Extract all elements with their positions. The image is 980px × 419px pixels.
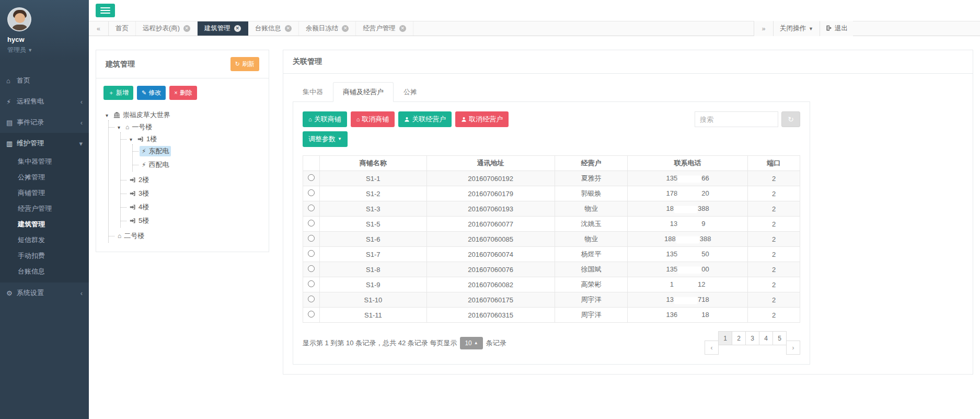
- tree-node: ▾ 1楼: [128, 132, 261, 173]
- column-header-address: 通讯地址: [426, 156, 555, 171]
- scroll-tabs-left-button[interactable]: «: [89, 21, 109, 36]
- sidebar-item-share-mgmt[interactable]: 公摊管理: [0, 169, 89, 185]
- refresh-table-button[interactable]: ↻: [781, 111, 800, 127]
- page-button-5[interactable]: 5: [773, 331, 787, 345]
- tab-merchant-mgmt[interactable]: 经营户管理 ✕: [356, 21, 413, 36]
- row-radio[interactable]: [308, 220, 315, 227]
- role-dropdown[interactable]: 管理员 ▼: [7, 46, 89, 54]
- edit-node-button[interactable]: ✎ 修改: [137, 86, 166, 100]
- tree-node: ⚡ 东配电: [140, 144, 261, 158]
- sidebar-item-remote-sale[interactable]: ⚡ 远程售电 ‹: [0, 91, 89, 112]
- avatar[interactable]: [7, 7, 31, 31]
- search-group: ↻: [695, 111, 800, 127]
- tree-node-floor-4[interactable]: 4楼: [128, 202, 151, 212]
- link-shop-button[interactable]: ⌂ 关联商铺: [303, 111, 347, 127]
- close-icon[interactable]: ✕: [399, 25, 406, 32]
- page-size-dropdown[interactable]: 10 ▲: [460, 337, 482, 349]
- next-page-button[interactable]: ›: [786, 341, 800, 355]
- shop-cell: S1-8: [319, 262, 426, 277]
- tab-balance-freeze[interactable]: 余额日冻结 ✕: [299, 21, 356, 36]
- logout-button[interactable]: 退出: [820, 21, 853, 36]
- close-icon[interactable]: ✕: [342, 25, 349, 32]
- page-button-1[interactable]: 1: [718, 331, 732, 345]
- page-button-2[interactable]: 2: [732, 331, 746, 345]
- scroll-tabs-right-button[interactable]: »: [754, 21, 774, 36]
- row-radio[interactable]: [308, 250, 315, 257]
- phone-cell: 13618: [628, 308, 748, 323]
- relation-panel-title: 关联管理: [293, 57, 322, 66]
- sidebar-item-concentrator-mgmt[interactable]: 集中器管理: [0, 154, 89, 169]
- tree-node: 3楼: [128, 187, 261, 200]
- select-cell: [303, 277, 320, 292]
- caret-down-icon[interactable]: ▾: [130, 137, 135, 142]
- shop-cell: S1-7: [319, 247, 426, 262]
- tree-node-west-distribution[interactable]: ⚡ 西配电: [140, 160, 171, 170]
- row-radio[interactable]: [308, 296, 315, 302]
- row-radio[interactable]: [308, 280, 315, 287]
- tree-node-floor-1[interactable]: ▾ 1楼: [128, 134, 159, 144]
- delete-node-button[interactable]: × 删除: [169, 86, 197, 100]
- sidebar-item-merchant-mgmt[interactable]: 经营户管理: [0, 201, 89, 217]
- tab-remote-meter-reading[interactable]: 远程抄表(商) ✕: [136, 21, 198, 36]
- row-radio[interactable]: [308, 205, 315, 211]
- row-radio[interactable]: [308, 311, 315, 318]
- tab-shared-area[interactable]: 公摊: [394, 82, 427, 102]
- prev-page-button[interactable]: ‹: [705, 341, 719, 355]
- sidebar-item-manual-deduct[interactable]: 手动扣费: [0, 248, 89, 264]
- shop-cell: S1-3: [319, 201, 426, 217]
- caret-down-icon[interactable]: ▾: [106, 112, 111, 118]
- search-input[interactable]: [695, 111, 778, 127]
- address-cell: 201607060076: [426, 262, 555, 277]
- row-radio[interactable]: [308, 189, 315, 196]
- tree-node-floor-2[interactable]: 2楼: [128, 175, 151, 185]
- row-radio[interactable]: [308, 174, 315, 181]
- sign-in-icon: [130, 204, 136, 210]
- refresh-tree-button[interactable]: ↻ 刷新: [230, 57, 259, 71]
- tab-ledger-info[interactable]: 台账信息 ✕: [248, 21, 299, 36]
- tree-node-root: ▾ 崇福皮草大世界 ▾ ⌂: [103, 108, 261, 244]
- page-button-4[interactable]: 4: [759, 331, 773, 345]
- unlink-merchant-button[interactable]: 取消经营户: [455, 111, 509, 127]
- tree-node-floor-3[interactable]: 3楼: [128, 188, 151, 199]
- shops-table: 商铺名称 通讯地址 经营户 联系电话 端口 S1-1: [303, 155, 800, 323]
- link-merchant-button[interactable]: 关联经营户: [398, 111, 452, 127]
- close-operations-dropdown[interactable]: 关闭操作 ▼: [774, 21, 820, 36]
- maintenance-submenu: 集中器管理 公摊管理 商铺管理 经营户管理 建筑管理 短信群发 手动扣费 台账信…: [0, 154, 89, 282]
- row-radio[interactable]: [308, 235, 315, 242]
- caret-down-icon[interactable]: ▾: [118, 124, 123, 130]
- port-cell: 2: [748, 292, 800, 308]
- sidebar-item-shop-mgmt[interactable]: 商铺管理: [0, 185, 89, 201]
- sidebar-item-event-log[interactable]: ▤ 事件记录 ‹: [0, 112, 89, 133]
- tree-node-east-distribution[interactable]: ⚡ 东配电: [140, 146, 171, 156]
- sidebar-item-system-settings[interactable]: ⚙ 系统设置 ‹: [0, 282, 89, 303]
- add-node-button[interactable]: ＋ 新增: [103, 86, 133, 100]
- sidebar-item-sms-broadcast[interactable]: 短信群发: [0, 232, 89, 248]
- column-header-shop: 商铺名称: [319, 156, 426, 171]
- tree-node: ⌂ 二号楼: [116, 229, 261, 243]
- shop-cell: S1-9: [319, 277, 426, 292]
- close-icon[interactable]: ✕: [183, 25, 190, 32]
- unlink-shop-button[interactable]: ⌂ 取消商铺: [351, 111, 395, 127]
- plus-icon: ＋: [108, 90, 114, 96]
- tab-concentrator[interactable]: 集中器: [293, 82, 333, 102]
- sidebar-item-building-mgmt[interactable]: 建筑管理: [0, 217, 89, 232]
- close-icon[interactable]: ✕: [285, 25, 292, 32]
- tab-shops-merchants[interactable]: 商铺及经营户: [333, 82, 394, 102]
- hamburger-menu-button[interactable]: [96, 4, 115, 17]
- sidebar-item-maintenance[interactable]: ▥ 维护管理 ▾: [0, 133, 89, 154]
- adjust-params-dropdown[interactable]: 调整参数 ▼: [303, 131, 348, 147]
- page-button-3[interactable]: 3: [745, 331, 759, 345]
- tree-node-market[interactable]: ▾ 崇福皮草大世界: [103, 110, 172, 120]
- tree-node-building-1[interactable]: ▾ ⌂ 一号楼: [116, 122, 154, 132]
- tab-home[interactable]: 首页: [109, 21, 136, 36]
- tree-node-floor-5[interactable]: 5楼: [128, 216, 151, 226]
- tree-node-building-2[interactable]: ⌂ 二号楼: [116, 231, 146, 241]
- tree-node: ▾ ⌂ 一号楼 ▾: [116, 120, 261, 229]
- sidebar-item-ledger-info[interactable]: 台账信息: [0, 264, 89, 279]
- tab-building-mgmt[interactable]: 建筑管理 ✕: [198, 21, 248, 36]
- sidebar-item-home[interactable]: ⌂ 首页: [0, 70, 89, 91]
- table-footer: 显示第 1 到第 10 条记录，总共 42 条记录 每页显示 10 ▲ 条记录 …: [303, 331, 800, 355]
- close-icon[interactable]: ✕: [234, 25, 241, 32]
- caret-down-icon: ▼: [809, 26, 813, 31]
- row-radio[interactable]: [308, 265, 315, 272]
